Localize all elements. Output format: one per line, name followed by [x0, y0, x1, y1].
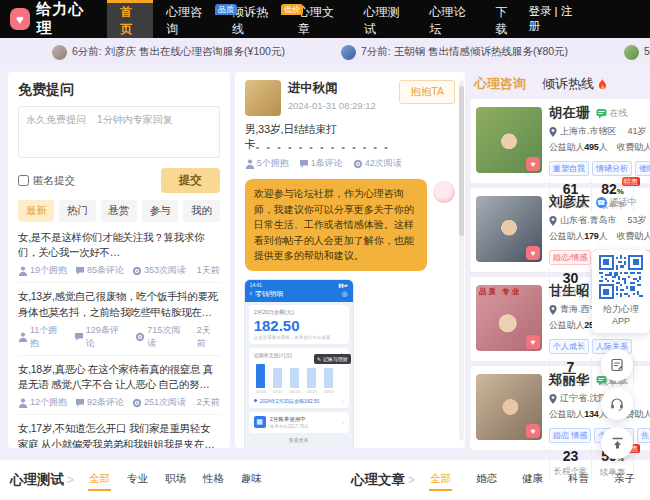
wallet-title: 零钱明细 [255, 289, 339, 299]
question-item[interactable]: 女,是不是这样你们才能关注我？算我求你们，关心我一次好不好。。。。。。。。。。。… [18, 224, 220, 283]
articles-tab[interactable]: 健康 [521, 469, 544, 491]
ticker-text: 7分前: 王朝钢 售出情感倾诉热线服务(¥80元) [361, 45, 568, 59]
nav-menu-item[interactable]: 低价 心理文章 [285, 0, 351, 38]
stat-label: 续单率 [592, 467, 633, 479]
balance-label: 2月20日余额(元) [254, 309, 344, 316]
anonymous-checkbox[interactable] [18, 175, 29, 186]
free-question-panel: 免费提问 匿名提交 提交 最新热门悬赏参与我的 女,是不是这样你们才能关注我？算… [8, 72, 230, 448]
question-item[interactable]: 女,17岁,不知道怎么开口 我们家是重男轻女家庭 从小就偏爱我弟弟和我姐姐我是夹… [18, 415, 220, 448]
comment-author-avatar[interactable] [433, 181, 455, 203]
comment-bubble: 欢迎参与论坛社群，作为心理咨询师，我建议你可以分享更多关于你的日常生活、工作或者… [245, 179, 427, 271]
eye-icon [135, 332, 145, 342]
wallet-screenshot-image: 14:41 ▮▮▰ ‹ 零钱明细 ◎ 2月20日余额(元) 182.50 点击查… [245, 280, 353, 449]
nav-menu-item[interactable]: 心理论坛 [417, 0, 483, 38]
photo-overlay-text: 品质 专业 [479, 287, 521, 297]
specialty-tag[interactable]: 焦虑 [637, 428, 650, 443]
nav-menu-item[interactable]: 首页 [107, 0, 153, 38]
counselor-photo: 品质 专业 ♥ [476, 285, 542, 351]
counselor-name: 胡在珊 [549, 104, 590, 122]
anonymous-label[interactable]: 匿名提交 [18, 174, 75, 188]
back-icon: ‹ [250, 290, 252, 297]
app-qr-widget[interactable]: 给力心理 APP [592, 250, 650, 333]
helped-free-label: 公益助人 [549, 142, 584, 152]
nav-menu-item[interactable]: 心理咨询 [153, 0, 219, 38]
counselor-card[interactable]: ♥ 胡在珊 ☎ 在线 上海市.市辖 [470, 99, 650, 183]
scrollbar-thumb[interactable] [459, 86, 464, 236]
specialty-tag[interactable]: 婚恋/情感 [549, 250, 591, 265]
counselor-comment: 欢迎参与论坛社群，作为心理咨询师，我建议你可以分享更多关于你的日常生活、工作或者… [245, 179, 455, 271]
articles-tab[interactable]: 全部 [429, 469, 452, 491]
logo[interactable]: ♥ 给力心理 [0, 0, 107, 38]
hug-count: 11个拥抱 [18, 324, 66, 350]
bar-label: 02/19 [307, 389, 316, 394]
headset-icon [610, 397, 624, 411]
question-filter-tab[interactable]: 我的 [183, 200, 219, 222]
login-register-links[interactable]: 登录 | 注册 [528, 0, 578, 38]
articles-tab[interactable]: 婚恋 [475, 469, 498, 491]
main-menu: 首页 心理咨询 品质 倾诉热线 低价 心理文章 心理测试 心理论坛 下载 [107, 0, 528, 38]
tests-title[interactable]: 心理测试 > [10, 471, 74, 489]
post-author-avatar[interactable] [245, 80, 281, 116]
specialty-tag[interactable]: 催眠 [635, 161, 650, 176]
bar [256, 364, 265, 388]
submit-question-button[interactable]: 提交 [161, 168, 220, 193]
location-pin-icon [549, 394, 557, 404]
qr-code [599, 255, 643, 299]
stat-value: 30 [563, 270, 579, 286]
nav-badge: 品质 [215, 4, 237, 15]
nav-menu-label: 心理测试 [364, 4, 404, 38]
tab-hotline[interactable]: 倾诉热线 [542, 75, 608, 93]
comment-count: 1条评论 [299, 157, 343, 170]
question-filter-tab[interactable]: 最新 [18, 200, 54, 222]
helped-paid-label: 收费助人 [617, 142, 650, 152]
tests-tab[interactable]: 专业 [126, 469, 149, 491]
articles-title[interactable]: 心理文章 > [351, 471, 415, 489]
stat-value: 23 [563, 448, 579, 464]
eye-icon [353, 159, 363, 169]
post-author-name[interactable]: 进中秋闻 [288, 80, 393, 97]
tab-counseling[interactable]: 心理咨询 [474, 75, 526, 93]
bar-label: 02/18 [290, 389, 299, 394]
question-filter-tab[interactable]: 热门 [59, 200, 95, 222]
read-count: 715次阅读 [135, 324, 189, 350]
specialty-tag[interactable]: 重塑自我 [549, 161, 589, 176]
comment-count: 85条评论 [75, 264, 124, 277]
question-filter-tab[interactable]: 悬赏 [101, 200, 137, 222]
question-stats: 19个拥抱 85条评论 353次阅读 1天前 [18, 264, 220, 277]
ticker-text: 6分前: 刘彦庆 售出在线心理咨询服务(¥100元) [72, 45, 285, 59]
tests-tab[interactable]: 性格 [202, 469, 225, 491]
nav-menu-item[interactable]: 下载 [482, 0, 528, 38]
post-content: 男,33岁,日结结束打卡。。。。。。。。。。。。。 [245, 122, 455, 152]
specialty-tag[interactable]: 婚恋 情感 [549, 428, 591, 443]
hug-icon [245, 159, 255, 169]
tests-tab[interactable]: 职场 [164, 469, 187, 491]
hug-icon [18, 398, 28, 408]
logo-text: 给力心理 [37, 0, 94, 38]
question-filter-tab[interactable]: 参与 [142, 200, 178, 222]
balance-card: 2月20日余额(元) 182.50 点击查看收支明细，本月合计支出金额 [249, 305, 349, 344]
stat-value: 61 [563, 181, 579, 197]
specialty-tag[interactable]: 个人成长 [549, 339, 589, 354]
customer-service-button[interactable] [601, 388, 633, 420]
hug-ta-button[interactable]: 抱抱TA [399, 80, 455, 104]
question-time: 1天前 [197, 264, 220, 277]
bar-label: 02/17 [273, 389, 282, 394]
question-item[interactable]: 女,18岁,真恶心 在这个家待着真的很窒息 真是无语 感觉八字不合 让人恶心 自… [18, 356, 220, 415]
stat-label: 长程个案 [550, 466, 591, 478]
tests-tabs: 全部专业职场性格趣味 [88, 469, 263, 491]
chevron-right-icon: › [342, 398, 344, 404]
specialty-tag[interactable]: 情绪分析 [592, 161, 632, 176]
balance-note: 点击查看收支明细，本月合计支出金额 [254, 335, 344, 340]
back-to-top-button[interactable] [601, 427, 633, 459]
tests-tab[interactable]: 趣味 [240, 469, 263, 491]
nav-menu-item[interactable]: 品质 倾诉热线 [219, 0, 285, 38]
question-filter-tabs: 最新热门悬赏参与我的 [18, 200, 220, 222]
question-textarea[interactable] [18, 106, 220, 158]
bar-label: 02/16 [256, 389, 265, 394]
hug-count: 19个拥抱 [18, 264, 67, 277]
question-item[interactable]: 女,13岁,感觉自己很废物，吃个饭手抖的要死 身体也莫名抖，之前给我吃些甲钴胺现… [18, 283, 220, 355]
nav-menu-item[interactable]: 心理测试 [351, 0, 417, 38]
tests-tab[interactable]: 全部 [88, 469, 111, 491]
nav-menu-label: 下载 [495, 4, 515, 38]
feedback-form-button[interactable] [601, 349, 633, 381]
